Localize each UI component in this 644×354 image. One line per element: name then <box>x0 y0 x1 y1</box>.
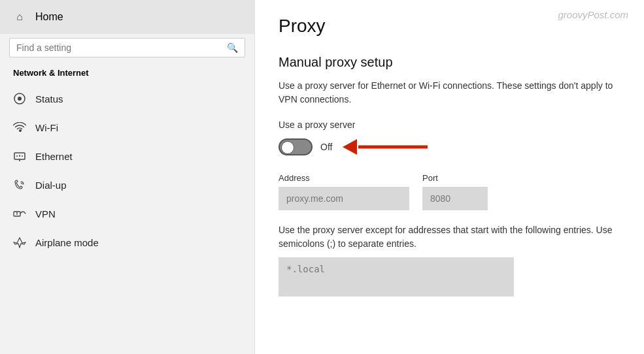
dialup-icon <box>13 178 26 191</box>
sidebar: ⌂ Home 🔍 Network & Internet Status Wi-Fi <box>0 0 255 354</box>
wifi-icon <box>13 121 26 134</box>
exceptions-description: Use the proxy server except for addresse… <box>279 223 620 251</box>
status-icon <box>13 92 26 105</box>
arrow-indicator <box>343 135 428 159</box>
proxy-description: Use a proxy server for Ethernet or Wi-Fi… <box>279 79 620 106</box>
dialup-label: Dial-up <box>35 180 67 191</box>
toggle-label: Use a proxy server <box>279 120 620 130</box>
sidebar-item-wifi[interactable]: Wi-Fi <box>0 113 254 142</box>
sidebar-item-ethernet[interactable]: Ethernet <box>0 142 254 170</box>
sidebar-item-vpn[interactable]: VPN <box>0 199 254 228</box>
vpn-icon <box>13 207 26 220</box>
search-icon: 🔍 <box>227 42 238 53</box>
address-label: Address <box>279 173 409 183</box>
section-title: Manual proxy setup <box>279 55 620 70</box>
main-content: groovyPost.com Proxy Manual proxy setup … <box>255 0 644 354</box>
ethernet-icon <box>13 150 26 163</box>
search-box[interactable]: 🔍 <box>9 38 245 57</box>
airplane-label: Airplane mode <box>35 237 99 248</box>
status-label: Status <box>35 93 63 105</box>
svg-point-1 <box>18 97 22 101</box>
address-port-row: Address Port <box>279 173 620 210</box>
port-input[interactable] <box>422 187 488 210</box>
toggle-row: Off <box>279 135 620 159</box>
port-field-group: Port <box>422 173 488 210</box>
svg-point-8 <box>16 212 18 214</box>
ethernet-label: Ethernet <box>35 151 73 162</box>
proxy-toggle[interactable] <box>279 138 313 155</box>
port-label: Port <box>422 173 488 183</box>
vpn-label: VPN <box>35 208 56 219</box>
wifi-label: Wi-Fi <box>35 122 58 133</box>
sidebar-item-dialup[interactable]: Dial-up <box>0 170 254 199</box>
watermark: groovyPost.com <box>558 9 628 20</box>
airplane-icon <box>13 236 26 249</box>
home-icon: ⌂ <box>13 10 26 24</box>
sidebar-item-home[interactable]: ⌂ Home <box>0 0 254 34</box>
search-input[interactable] <box>16 42 222 53</box>
address-input[interactable] <box>279 187 409 210</box>
exceptions-textarea[interactable] <box>279 257 514 297</box>
home-label: Home <box>35 11 63 23</box>
sidebar-category: Network & Internet <box>0 65 254 84</box>
sidebar-item-airplane[interactable]: Airplane mode <box>0 228 254 257</box>
svg-marker-11 <box>343 139 357 155</box>
address-field-group: Address <box>279 173 409 210</box>
sidebar-item-status[interactable]: Status <box>0 84 254 113</box>
toggle-state-label: Off <box>320 142 332 152</box>
